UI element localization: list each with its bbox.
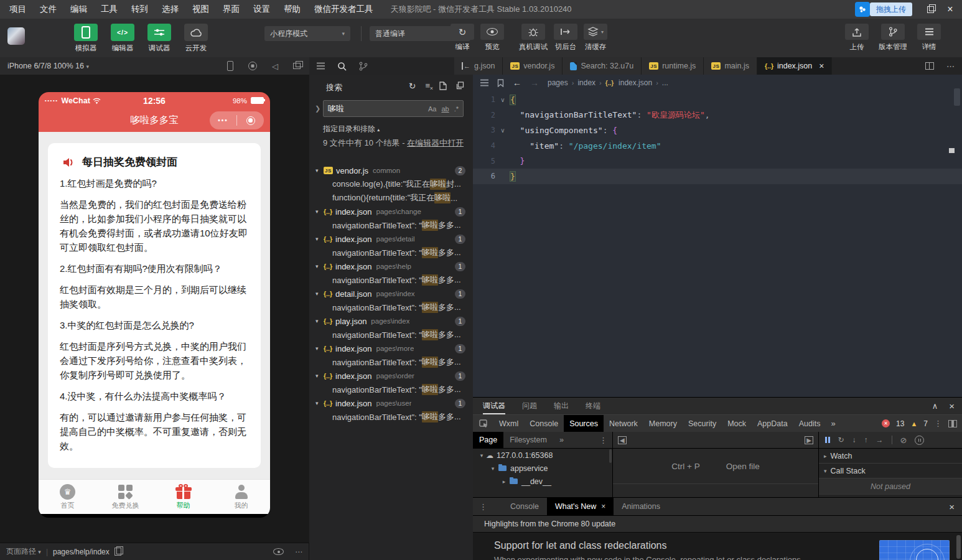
- search-result-file-index-json-user[interactable]: ▾{..}index.jsonpages\user1: [309, 396, 473, 410]
- devtools-tab-mock[interactable]: Mock: [722, 415, 752, 432]
- panel-toggle-debugger[interactable]: 调试器: [144, 24, 174, 53]
- float-window-icon[interactable]: [293, 63, 301, 69]
- devtools-tab-memory[interactable]: Memory: [643, 415, 683, 432]
- drawer-tab-animations[interactable]: Animations: [614, 498, 668, 515]
- whole-word-icon[interactable]: ab: [441, 105, 449, 113]
- search-result-match[interactable]: navigationBarTitleText": "哆啦多多...: [309, 273, 473, 287]
- capsule-more-icon[interactable]: •••: [210, 117, 236, 124]
- copy-path-icon[interactable]: [114, 548, 121, 556]
- menubar-item[interactable]: 微信开发者工具: [307, 0, 380, 19]
- file-tab-g-json[interactable]: ←g.json: [454, 57, 503, 75]
- search-result-match[interactable]: navigationBarTitleText": "哆啦多多...: [309, 410, 473, 424]
- menubar-item[interactable]: 项目: [2, 0, 33, 19]
- collapse-results-icon[interactable]: [456, 82, 464, 90]
- devtools-tab-network[interactable]: Network: [604, 415, 643, 432]
- window-restore-button[interactable]: [921, 0, 940, 19]
- menubar-item[interactable]: 视图: [185, 0, 216, 19]
- pause-script-icon[interactable]: [825, 437, 830, 443]
- show-debugger-icon[interactable]: ▶: [805, 436, 813, 444]
- match-case-icon[interactable]: Aa: [428, 105, 436, 113]
- visibility-icon[interactable]: [273, 548, 284, 555]
- error-icon[interactable]: ✕: [882, 419, 890, 427]
- collapse-caret-icon[interactable]: ▾: [315, 291, 324, 297]
- menubar-item[interactable]: 编辑: [63, 0, 94, 19]
- devtools-tab-appdata[interactable]: AppData: [752, 415, 793, 432]
- code-line[interactable]: 1∨{: [473, 92, 962, 108]
- search-result-file-index-json-detail[interactable]: ▾{..}index.jsonpages\detail1: [309, 232, 473, 246]
- avatar[interactable]: [7, 27, 25, 45]
- search-input[interactable]: 哆啦 Aa ab .*: [323, 100, 464, 117]
- debugger-tab[interactable]: 问题: [522, 398, 537, 414]
- file-tab-runtime-js[interactable]: JSruntime.js: [642, 57, 704, 75]
- search-result-file-play-json-index[interactable]: ▾{..}play.jsonpages\index1: [309, 314, 473, 328]
- expand-replace-icon[interactable]: ❯: [315, 105, 320, 113]
- collapse-caret-icon[interactable]: ▾: [315, 236, 324, 242]
- menubar-item[interactable]: 转到: [124, 0, 155, 19]
- phone-tab-home[interactable]: ♛首页: [39, 480, 96, 514]
- deactivate-breakpoints-icon[interactable]: ⊘: [900, 436, 907, 445]
- code-line[interactable]: 6}: [473, 169, 962, 184]
- menubar-item[interactable]: 文件: [33, 0, 63, 19]
- collapse-caret-icon[interactable]: ▾: [315, 318, 324, 324]
- record-icon[interactable]: [248, 62, 257, 70]
- search-result-match[interactable]: navigationBarTitleText": "哆啦多多...: [309, 246, 473, 259]
- chevron-down-icon[interactable]: ▾: [489, 465, 497, 472]
- phone-tab-mine[interactable]: 我的: [212, 480, 270, 514]
- mode-select[interactable]: 小程序模式 ▾: [264, 26, 350, 41]
- devtools-tab-security[interactable]: Security: [683, 415, 722, 432]
- search-result-file-index-json-help[interactable]: ▾{..}index.jsonpages\help1: [309, 259, 473, 273]
- search-result-match[interactable]: navigationBarTitleText": "哆啦多多...: [309, 355, 473, 369]
- breadcrumb-item[interactable]: index.json: [619, 78, 652, 87]
- step-into-icon[interactable]: ↑: [864, 436, 868, 444]
- hide-navigator-icon[interactable]: ◀: [618, 436, 627, 444]
- fold-chevron-icon[interactable]: ∨: [495, 96, 510, 103]
- step-over-icon[interactable]: ↓: [852, 436, 856, 444]
- search-dirs-toggle[interactable]: 指定目录和排除 ▴: [323, 124, 380, 134]
- action-switch-background[interactable]: 切后台: [554, 24, 577, 52]
- tree-item-appservice[interactable]: ▾ appservice: [473, 462, 612, 475]
- warning-icon[interactable]: ▲: [910, 420, 917, 427]
- source-control-icon[interactable]: [359, 62, 368, 71]
- refresh-results-icon[interactable]: ↻: [409, 82, 416, 90]
- menubar-item[interactable]: 界面: [216, 0, 246, 19]
- call-stack-section[interactable]: ▾ Call Stack: [819, 464, 962, 478]
- code-line[interactable]: 4"item": "/pages/index/item": [473, 138, 962, 154]
- nav-forward-icon[interactable]: →: [530, 78, 539, 88]
- code-line[interactable]: 3∨"usingComponents": {: [473, 123, 962, 138]
- devtools-tab-sources[interactable]: Sources: [564, 415, 604, 432]
- open-file-label[interactable]: Open file: [726, 462, 760, 471]
- sidebar-scrollbar[interactable]: [609, 449, 612, 463]
- action-compile[interactable]: ↻编译: [451, 24, 474, 52]
- pause-on-exceptions-icon[interactable]: [915, 436, 924, 445]
- resume-icon[interactable]: ↻: [838, 436, 844, 444]
- step-icon[interactable]: →: [876, 436, 884, 444]
- collapse-caret-icon[interactable]: ▾: [315, 208, 324, 215]
- action-preview[interactable]: 预览: [480, 24, 504, 52]
- drawer-scrollbar[interactable]: [956, 535, 961, 559]
- devtools-kebab-icon[interactable]: ⋮: [934, 419, 942, 428]
- capsule-close-icon[interactable]: [237, 116, 264, 125]
- search-result-file-index-json-order[interactable]: ▾{..}index.jsonpages\order1: [309, 369, 473, 383]
- editor-scrollbar[interactable]: [954, 88, 960, 106]
- devtools-tab-wxml[interactable]: Wxml: [493, 415, 524, 432]
- panel-toggle-simulator[interactable]: 模拟器: [71, 24, 101, 53]
- search-result-file-detail-json-index[interactable]: ▾{..}detail.jsonpages\index1: [309, 287, 473, 301]
- drawer-kebab-icon[interactable]: ⋮: [473, 502, 493, 511]
- search-result-match[interactable]: function(){return{title:"我正在哆啦...: [309, 191, 473, 205]
- explorer-icon[interactable]: [317, 65, 325, 67]
- device-frame-icon[interactable]: [227, 61, 233, 71]
- code-line[interactable]: 2"navigationBarTitleText": "欧皇源码论坛",: [473, 108, 962, 123]
- search-icon[interactable]: [337, 62, 347, 71]
- devtools-tab-audits[interactable]: Audits: [793, 415, 826, 432]
- file-tab-vendor-js[interactable]: JSvendor.js: [503, 57, 563, 75]
- collapse-panel-icon[interactable]: ∧: [932, 401, 938, 411]
- collapse-caret-icon[interactable]: ▾: [315, 400, 324, 406]
- drawer-tab-console[interactable]: Console: [502, 498, 547, 515]
- search-result-file-index-json-change[interactable]: ▾{..}index.jsonpages\change1: [309, 205, 473, 218]
- file-tab-main-js[interactable]: JSmain.js: [704, 57, 757, 75]
- menubar-item[interactable]: 帮助: [277, 0, 307, 19]
- close-panel-icon[interactable]: ×: [949, 401, 955, 411]
- tab-filesystem[interactable]: Filesystem: [503, 432, 553, 448]
- more-panels-icon[interactable]: »: [553, 432, 570, 448]
- regex-icon[interactable]: .*: [454, 105, 459, 113]
